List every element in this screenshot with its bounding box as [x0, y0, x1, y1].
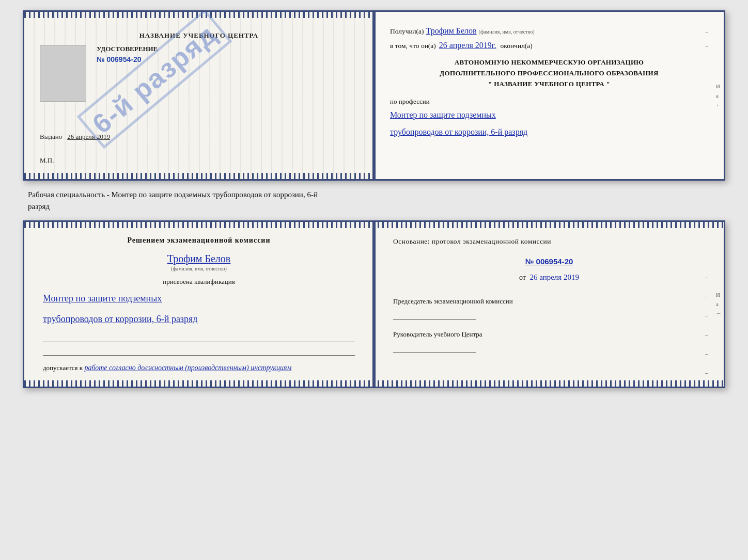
center-head-label: Руководитель учебного Центра — [393, 329, 705, 340]
cert-type-label: УДОСТОВЕРЕНИЕ — [97, 45, 358, 53]
blank-line-1 — [43, 332, 355, 342]
specialty-text-block: Рабочая специальность - Монтер по защите… — [23, 189, 725, 212]
issued-date: 26 апреля 2019 — [67, 133, 110, 141]
lower-qualification-1: Монтер по защите подземных — [43, 290, 355, 307]
lower-side-letter-i: И — [716, 292, 722, 298]
commission-head-label: Председатель экзаменационной комиссии — [393, 296, 705, 307]
completion-line: в том, что он(а) 26 апреля 2019г. окончи… — [390, 41, 708, 50]
lower-name: Трофим Белов — [43, 253, 355, 265]
ot-prefix: от — [519, 274, 526, 281]
profession-label: по профессии — [390, 98, 708, 106]
lower-cert-left-page: Решением экзаменационной комиссии Трофим… — [24, 222, 375, 387]
lower-qualification-2: трубопроводов от коррозии, 6-й разряд — [43, 311, 355, 327]
dash2: – — [706, 43, 709, 49]
lower-heading: Решением экзаменационной комиссии — [43, 236, 355, 245]
org-line2: ДОПОЛНИТЕЛЬНОГО ПРОФЕССИОНАЛЬНОГО ОБРАЗО… — [390, 68, 708, 79]
lower-side-letter-a: а — [716, 301, 722, 307]
org-block: АВТОНОМНУЮ НЕКОММЕРЧЕСКУЮ ОРГАНИЗАЦИЮ ДО… — [390, 57, 708, 89]
training-center-title: НАЗВАНИЕ УЧЕБНОГО ЦЕНТРА — [40, 31, 358, 40]
blank-line-2 — [43, 345, 355, 356]
center-head-block: Руководитель учебного Центра — [393, 329, 705, 353]
issued-label: Выдано — [40, 133, 62, 141]
side-letter-i: И — [716, 83, 722, 89]
right-side-letters: И а ← — [716, 83, 722, 108]
lower-cert-right-page: Основание: протокол экзаменационной коми… — [375, 222, 724, 387]
lower-side-letter-arrow: ← — [716, 310, 722, 316]
photo-placeholder — [40, 45, 86, 102]
top-certificate-book: НАЗВАНИЕ УЧЕБНОГО ЦЕНТРА УДОСТОВЕРЕНИЕ №… — [23, 10, 725, 181]
protocol-date: 26 апреля 2019 — [529, 273, 579, 281]
lower-right-side-letters: И а ← — [716, 292, 722, 316]
protocol-number: № 006954-20 — [393, 257, 705, 266]
cert-number: № 006954-20 — [97, 55, 358, 63]
center-head-sig-line — [393, 342, 476, 353]
commission-head-block: Председатель экзаменационной комиссии — [393, 296, 705, 320]
specialty-line2: разряд — [28, 202, 50, 211]
recipient-name: Трофим Белов — [426, 26, 477, 36]
lower-name-sub: (фамилия, имя, отчество) — [43, 266, 355, 271]
specialty-line1: Рабочая специальность - Монтер по защите… — [28, 190, 318, 199]
org-line3: " НАЗВАНИЕ УЧЕБНОГО ЦЕНТРА " — [390, 79, 708, 90]
allowed-text: работе согласно должностным (производств… — [84, 364, 291, 372]
side-letter-arrow: ← — [716, 102, 722, 108]
org-line1: АВТОНОМНУЮ НЕКОММЕРЧЕСКУЮ ОРГАНИЗАЦИЮ — [390, 57, 708, 68]
ot-line: от 26 апреля 2019 — [393, 273, 705, 282]
mp-label: М.П. — [40, 156, 54, 164]
received-line: Получил(а) Трофим Белов (фамилия, имя, о… — [390, 26, 708, 36]
received-label: Получил(а) — [390, 27, 424, 36]
allowed-block: допускается к работе согласно должностны… — [43, 364, 355, 372]
profession-text-1: Монтер по защите подземных — [390, 108, 708, 123]
completed-label: окончил(а) — [501, 42, 533, 50]
completion-date: 26 апреля 2019г. — [439, 41, 496, 50]
lower-certificate-book: Решением экзаменационной комиссии Трофим… — [23, 220, 725, 388]
allowed-label: допускается к — [43, 364, 83, 372]
in-that-label: в том, что он(а) — [390, 42, 436, 50]
commission-sig-line — [393, 310, 476, 320]
side-letter-a: а — [716, 92, 722, 99]
top-cert-right-page: Получил(а) Трофим Белов (фамилия, имя, о… — [375, 12, 724, 179]
dash1: – — [706, 28, 709, 35]
profession-text-2: трубопроводов от коррозии, 6-й разряд — [390, 125, 708, 140]
top-cert-left-page: НАЗВАНИЕ УЧЕБНОГО ЦЕНТРА УДОСТОВЕРЕНИЕ №… — [24, 12, 375, 179]
lower-assigned-label: присвоена квалификация — [43, 278, 355, 286]
right-dashes: – – – – – – — [705, 274, 708, 377]
recipient-sub: (фамилия, имя, отчество) — [479, 29, 535, 35]
right-lower-heading: Основание: протокол экзаменационной коми… — [393, 236, 705, 247]
